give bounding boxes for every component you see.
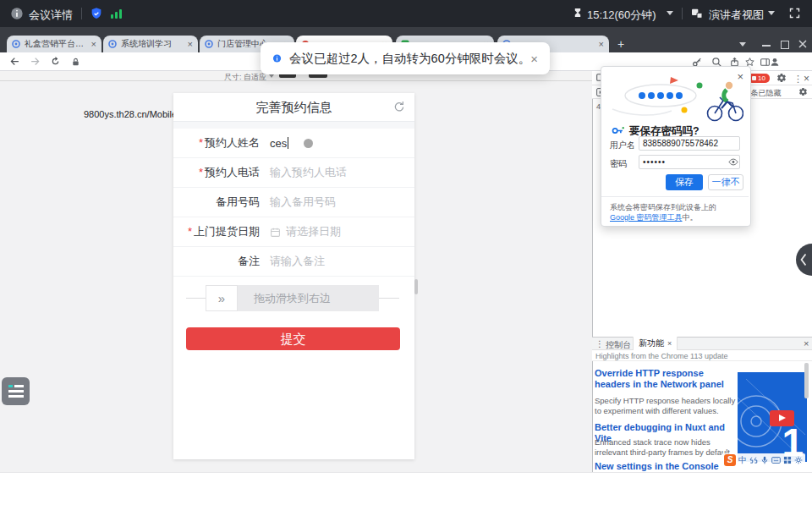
reload-button[interactable] <box>49 55 62 68</box>
issues-badge-icon <box>752 76 756 80</box>
back-button[interactable] <box>8 55 21 68</box>
field-label: 预约人姓名 <box>205 136 260 149</box>
window-minimize-icon[interactable] <box>762 45 771 47</box>
field-placeholder[interactable]: 输入预约人电话 <box>270 165 347 180</box>
ime-toolbox-icon[interactable] <box>783 456 792 464</box>
ime-keyboard-icon[interactable] <box>771 456 781 464</box>
shield-check-icon[interactable] <box>90 7 103 20</box>
meeting-control-bar: 解除静音 开启视频 共享屏幕 邀请 成员(4) 聊天 录制 <box>0 472 812 516</box>
meeting-notification-banner: 会议已超过2人，自动转为60分钟限时会议。 × <box>261 42 550 74</box>
tab-close-icon[interactable]: × <box>599 39 604 49</box>
tab-close-icon[interactable]: × <box>667 339 672 348</box>
drawer-more-icon[interactable]: ⋮ <box>595 339 604 349</box>
ime-punctuation-icon[interactable] <box>749 456 758 464</box>
password-manager-link[interactable]: Google 密码管理工具 <box>610 213 683 222</box>
field-label: 备用号码 <box>216 195 260 208</box>
slider-handle[interactable]: » <box>206 285 238 311</box>
field-row-phone[interactable]: *预约人电话 输入预约人电话 <box>173 158 414 188</box>
touch-cursor-dot <box>304 139 313 148</box>
field-value[interactable]: ces <box>270 137 287 150</box>
show-password-eye-icon[interactable] <box>728 158 738 166</box>
chevron-left-icon <box>799 252 808 267</box>
article-title[interactable]: Override HTTP response headers in the Ne… <box>595 368 740 390</box>
tab-favicon <box>12 40 20 48</box>
window-close-icon[interactable] <box>798 40 807 48</box>
divider <box>601 196 749 197</box>
banner-text: 会议已超过2人，自动转为60分钟限时会议。 <box>289 51 530 67</box>
list-icon <box>8 385 13 387</box>
password-illustration <box>608 75 743 123</box>
tab-1[interactable]: 礼盒营销平台管理中心 × <box>7 36 102 52</box>
divider <box>379 298 399 299</box>
fullscreen-icon[interactable] <box>788 7 801 19</box>
ime-toolbar[interactable]: S 中 <box>721 453 805 467</box>
divider <box>173 122 414 129</box>
meeting-timer[interactable]: 15:12(60分钟) <box>587 8 656 23</box>
devtools-settings-icon[interactable] <box>776 73 787 83</box>
article-title[interactable]: New settings in the Console <box>595 461 740 472</box>
devtools-close-icon[interactable]: × <box>804 73 809 85</box>
timer-caret-icon[interactable] <box>667 11 673 15</box>
banner-close-icon[interactable]: × <box>530 52 538 66</box>
divider <box>682 8 683 19</box>
devtools-scrollbar[interactable] <box>804 363 809 398</box>
article-body: Enhanced stack trace now hides irrelevan… <box>595 437 737 458</box>
tab-console[interactable]: 控制台 <box>606 339 631 351</box>
undo-icon[interactable] <box>392 100 406 113</box>
tab-2[interactable]: 系统培训学习 × <box>103 36 198 52</box>
save-password-dialog: × 要保存密码吗? 用户名 8385889075578462 密码 ••••••… <box>601 66 751 227</box>
meeting-top-bar: 会议详情 15:12(60分钟) 演讲者视图 <box>0 0 812 27</box>
console-settings-icon[interactable] <box>798 87 808 96</box>
timer-hourglass-icon <box>572 7 584 19</box>
devtools-more-icon[interactable]: ⋮ <box>793 74 803 85</box>
view-mode-label[interactable]: 演讲者视图 <box>709 8 764 23</box>
window-maximize-icon[interactable] <box>781 41 789 49</box>
new-tab-button[interactable]: + <box>617 38 624 50</box>
meeting-window: 会议详情 15:12(60分钟) 演讲者视图 礼盒营销平台管理中心 × 系统培训… <box>0 0 812 516</box>
ime-mode-label[interactable]: 中 <box>738 454 747 466</box>
save-button[interactable]: 保存 <box>666 174 703 190</box>
meeting-info-icon[interactable] <box>10 7 24 20</box>
dialog-footer-text: 系统会将密码保存到此设备上的 Google 密码管理工具中。 <box>610 202 742 222</box>
captcha-slider[interactable]: 拖动滑块到右边 » <box>206 285 379 311</box>
window-menu-caret-icon[interactable] <box>739 42 746 47</box>
meeting-float-button[interactable] <box>2 377 30 405</box>
ime-settings-icon[interactable] <box>794 456 803 464</box>
field-row-name[interactable]: *预约人姓名 ces <box>173 129 414 158</box>
device-size-label[interactable]: 尺寸: 自适应 <box>224 72 266 83</box>
field-placeholder[interactable]: 输入备用号码 <box>270 195 336 210</box>
form-header: 完善预约信息 <box>173 93 414 122</box>
field-row-remark[interactable]: 备注 请输入备注 <box>173 247 414 277</box>
field-placeholder[interactable]: 请输入备注 <box>270 254 325 269</box>
tab-close-icon[interactable]: × <box>188 39 193 49</box>
form-title: 完善预约信息 <box>173 100 414 116</box>
field-placeholder[interactable]: 请选择日期 <box>286 224 341 239</box>
lock-icon[interactable] <box>71 58 80 67</box>
drawer-close-icon[interactable]: × <box>804 338 809 349</box>
article-body: Specify HTTP response headers locally to… <box>595 396 737 416</box>
password-label: 密码 <box>610 158 627 170</box>
field-label: 备注 <box>238 255 260 267</box>
profile-avatar[interactable] <box>769 56 781 68</box>
never-button[interactable]: 一律不 <box>708 174 743 190</box>
booking-form-card: 完善预约信息 *预约人姓名 ces *预约人电话 输入预约人电话 备用号码 输入… <box>173 93 414 459</box>
ime-mic-icon[interactable] <box>760 456 769 464</box>
divider <box>81 8 82 19</box>
field-row-backup-phone[interactable]: 备用号码 输入备用号码 <box>173 188 414 217</box>
view-caret-icon[interactable] <box>768 11 775 15</box>
submit-button[interactable]: 提交 <box>186 327 400 350</box>
username-input[interactable]: 8385889075578462 <box>639 136 740 151</box>
banner-info-icon <box>272 51 282 66</box>
signal-strength-icon[interactable] <box>110 8 123 19</box>
forward-button[interactable] <box>29 55 41 68</box>
field-row-pickup-date[interactable]: *上门提货日期 请选择日期 <box>173 217 414 247</box>
view-layout-icon[interactable] <box>690 7 704 20</box>
tab-whats-new[interactable]: 新功能 × <box>633 337 678 350</box>
password-input[interactable]: •••••• <box>639 155 740 169</box>
device-size-caret-icon[interactable] <box>269 74 274 78</box>
tab-favicon <box>108 40 117 48</box>
tab-close-icon[interactable]: × <box>91 39 96 49</box>
google-key-icon <box>612 125 624 136</box>
sogou-logo[interactable]: S <box>724 454 736 466</box>
page-scrollbar[interactable] <box>414 279 418 294</box>
